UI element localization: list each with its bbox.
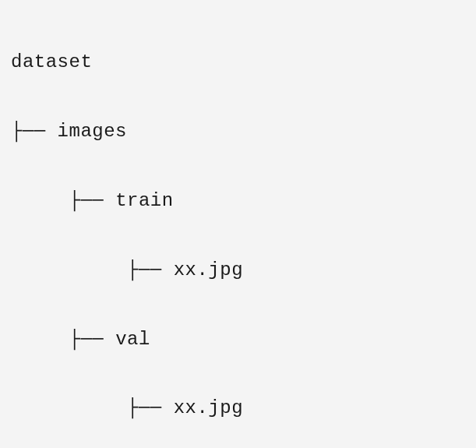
tree-branch-icon: ├── <box>127 397 174 418</box>
tree-item: ├── train <box>11 184 465 218</box>
tree-item: ├── val <box>11 323 465 357</box>
tree-branch-icon: ├── <box>11 121 58 142</box>
tree-node-name: val <box>115 329 150 350</box>
tree-node-name: xx.jpg <box>174 259 243 280</box>
tree-branch-icon: ├── <box>127 259 174 280</box>
tree-node-name: train <box>115 190 174 211</box>
tree-item: ├── images <box>11 115 465 149</box>
tree-branch-icon: ├── <box>69 190 116 211</box>
tree-node-name: images <box>58 121 127 142</box>
tree-item: ├── xx.jpg <box>11 391 465 425</box>
tree-item: ├── xx.jpg <box>11 253 465 287</box>
tree-node-name: dataset <box>11 51 92 72</box>
tree-node-name: xx.jpg <box>174 397 243 418</box>
tree-root: dataset <box>11 45 465 79</box>
tree-branch-icon: ├── <box>69 329 116 350</box>
directory-tree: dataset ├── images ├── train ├── xx.jpg … <box>11 11 465 448</box>
